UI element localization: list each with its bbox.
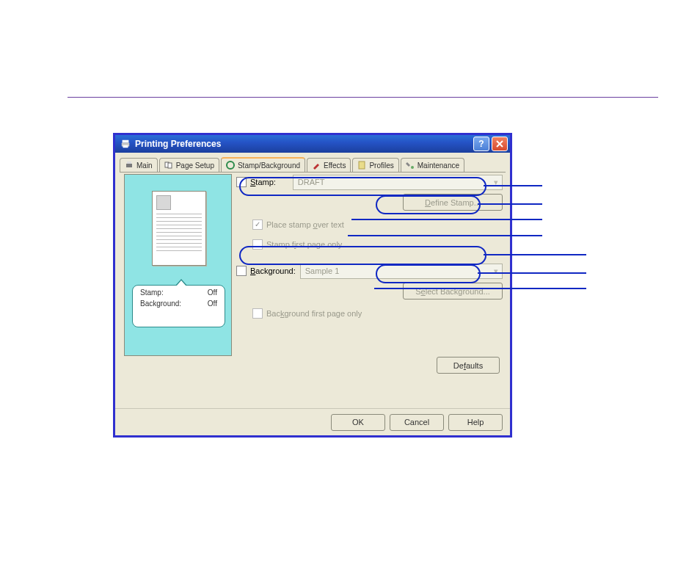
defaults-button[interactable]: DefaultsDefaults: [437, 357, 500, 374]
background-combo[interactable]: Sample 1 ▾: [300, 264, 503, 279]
stamp-combo-value: DRAFT: [298, 178, 325, 186]
tab-label: Stamp/Background: [238, 161, 300, 170]
info-row: Background: Off: [133, 297, 225, 308]
page-preview: [152, 191, 206, 266]
background-combo-value: Sample 1: [305, 266, 339, 275]
background-label: Background:Background:: [250, 266, 296, 275]
tab-profiles[interactable]: Profiles: [352, 158, 398, 172]
bg-first-page-row: Background first page onlyBackground fir…: [252, 305, 503, 322]
stamp-combo[interactable]: DRAFT ▾: [293, 175, 503, 190]
svg-rect-4: [127, 161, 131, 164]
titlebar: Printing Preferences ?: [115, 135, 510, 153]
tab-label: Page Setup: [176, 161, 214, 170]
ok-button[interactable]: OK: [331, 414, 385, 431]
background-row: Background:Background: Sample 1 ▾: [236, 263, 503, 279]
info-label: Background:: [140, 300, 181, 308]
tab-maintenance[interactable]: Maintenance: [401, 158, 464, 172]
cancel-button[interactable]: Cancel: [390, 414, 444, 431]
define-stamp-button[interactable]: Define Stamp...Define Stamp...: [403, 194, 503, 211]
bg-first-page-label: Background first page onlyBackground fir…: [266, 309, 362, 318]
svg-rect-0: [123, 140, 129, 143]
info-value: Off: [208, 300, 217, 308]
svg-rect-2: [123, 145, 128, 148]
page-thumb-icon: [156, 195, 171, 210]
printer-icon: [125, 161, 134, 170]
preview-panel: Stamp: Off Background: Off: [124, 174, 232, 356]
background-checkbox[interactable]: [236, 266, 247, 276]
svg-rect-8: [359, 161, 365, 169]
preview-info-bubble: Stamp: Off Background: Off: [132, 285, 225, 327]
printing-preferences-dialog: Printing Preferences ? Main Page Setup S…: [113, 133, 512, 438]
pages-icon: [164, 161, 173, 170]
tab-label: Effects: [324, 161, 346, 170]
tab-main[interactable]: Main: [120, 158, 158, 172]
place-over-row: ✓ Place stamp over textPlace stamp over …: [252, 217, 503, 233]
svg-point-7: [227, 161, 234, 169]
page-lines-icon: [156, 214, 202, 254]
stamp-first-page-row: Stamp first page onlyStamp first page on…: [252, 236, 503, 253]
notebook-icon: [357, 161, 366, 170]
info-label: Stamp:: [140, 288, 164, 297]
select-background-button[interactable]: Select Background...Select Background...: [403, 283, 503, 300]
tab-effects[interactable]: Effects: [307, 158, 351, 172]
tab-label: Profiles: [369, 161, 393, 170]
help-button[interactable]: Help: [448, 414, 503, 431]
tab-strip: Main Page Setup Stamp/Background Effects…: [115, 153, 510, 172]
stamp-label: SStamp:tamp:: [250, 178, 276, 186]
stamp-checkbox[interactable]: [236, 177, 247, 187]
brush-icon: [312, 161, 321, 170]
svg-point-9: [411, 166, 414, 169]
stamp-first-page-checkbox[interactable]: [252, 239, 263, 250]
tools-icon: [406, 161, 415, 170]
stamp-row: SStamp:tamp: DRAFT ▾: [236, 174, 503, 190]
titlebar-close-button[interactable]: [492, 137, 508, 151]
title-text: Printing Preferences: [135, 139, 221, 149]
checkmark-icon: ✓: [255, 221, 260, 228]
info-row: Stamp: Off: [133, 286, 225, 297]
chevron-down-icon: ▾: [490, 175, 502, 189]
bottom-bar: OK Cancel Help: [115, 408, 510, 435]
printer-icon: [120, 138, 131, 150]
tab-stamp-background[interactable]: Stamp/Background: [221, 157, 305, 172]
tab-page-setup[interactable]: Page Setup: [159, 158, 219, 172]
page-divider: [68, 97, 658, 98]
tab-label: Maintenance: [418, 161, 459, 170]
tab-label: Main: [136, 161, 153, 170]
controls-area: SStamp:tamp: DRAFT ▾ Define Stamp...Defi…: [236, 174, 503, 325]
stamp-icon: [226, 161, 235, 170]
stamp-first-page-label: Stamp first page onlyStamp first page on…: [266, 240, 342, 249]
dialog-body: Stamp: Off Background: Off SStamp:tamp: …: [115, 173, 510, 406]
svg-rect-3: [126, 164, 132, 167]
info-value: Off: [208, 288, 217, 297]
svg-rect-6: [168, 163, 172, 168]
titlebar-help-button[interactable]: ?: [473, 137, 489, 151]
bg-first-page-checkbox[interactable]: [252, 308, 263, 319]
place-over-checkbox[interactable]: ✓: [252, 219, 263, 230]
chevron-down-icon: ▾: [490, 264, 502, 278]
place-over-label: Place stamp over textPlace stamp over te…: [266, 220, 344, 229]
